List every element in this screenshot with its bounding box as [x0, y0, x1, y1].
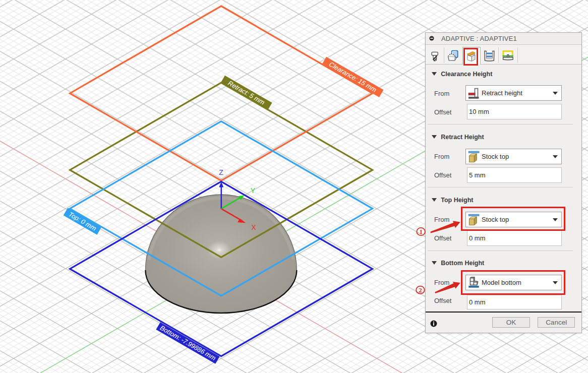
svg-text:Y: Y — [251, 186, 256, 195]
svg-text:Z: Z — [219, 168, 223, 176]
svg-text:X: X — [251, 223, 256, 231]
